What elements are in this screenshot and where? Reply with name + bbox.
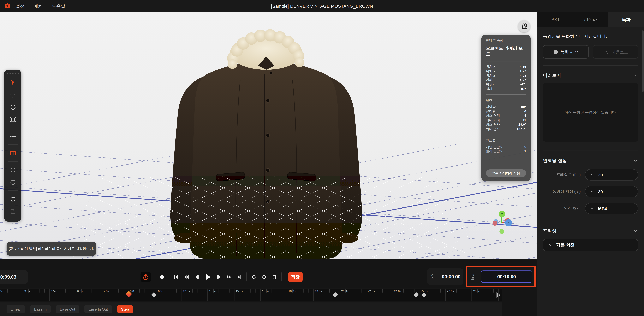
delete-button[interactable] <box>271 274 278 280</box>
previous-frame-button[interactable] <box>194 274 200 280</box>
save-icon <box>9 208 16 215</box>
video-length-dropdown[interactable]: 30 <box>585 186 638 197</box>
gizmo-z-label: Z <box>508 221 510 225</box>
timeline-ruler[interactable]: 1.5s3.0s4.5s6.0s7.5s9.0s10.5s12.0s13.5s1… <box>0 289 502 301</box>
controls-section-title: 컨트롤 <box>486 138 526 143</box>
skip-to-end-button[interactable] <box>236 274 243 280</box>
camera-property-row: 시야각50° <box>486 105 526 109</box>
ruler-cell: 28.5s <box>472 289 498 301</box>
rewind-button[interactable] <box>183 274 190 280</box>
start-time-field[interactable]: 시작 00:00.00 <box>427 268 463 285</box>
save-view-button[interactable] <box>7 206 18 217</box>
skip-end-icon <box>236 274 243 280</box>
app-window: 설정배치도움말 [Sample] DENVER VINTAGE MUSTANG_… <box>0 0 644 316</box>
camera-property-row: 최대 경사107.7° <box>486 127 526 131</box>
video-format-row: 동영상 형식MP4 <box>543 203 638 214</box>
toolbar-divider <box>8 128 18 128</box>
keyframe-remove-icon <box>261 274 268 280</box>
chevron-down-icon[interactable] <box>633 158 638 163</box>
frame-forward-icon <box>216 274 222 280</box>
focus-tool-button[interactable] <box>7 130 18 142</box>
camera-property-row: 클리핑0 <box>486 109 526 114</box>
easing-ease-out-button[interactable]: Ease Out <box>56 305 79 313</box>
fast-forward-button[interactable] <box>226 274 232 280</box>
menu-item-help[interactable]: 도움말 <box>52 3 66 9</box>
current-time-display: 00:09.03 <box>0 270 28 284</box>
scene-3d <box>0 12 537 259</box>
reset-view-button[interactable] <box>7 193 18 205</box>
scale-tool-button[interactable] <box>7 114 18 125</box>
camera-property-row: 위치 X-4.35 <box>486 65 526 69</box>
camera-mode-label: 오브젝트 카메라 모드 <box>486 45 526 57</box>
remove-keyframe-button[interactable] <box>261 274 268 280</box>
chevron-down-icon <box>590 190 594 194</box>
preset-dropdown[interactable]: 기본 회전 <box>543 239 638 251</box>
camera-property-row: 최소 경사28.6° <box>486 123 526 127</box>
timeline-save-button[interactable]: 저장 <box>288 272 303 282</box>
download-button[interactable]: 다운로드 <box>593 45 638 59</box>
menu-item-layout[interactable]: 배치 <box>34 3 43 9</box>
record-button[interactable] <box>159 274 165 280</box>
next-frame-button[interactable] <box>216 274 222 280</box>
left-toolbar <box>4 70 21 222</box>
sidebar-tabs: 색상카메라녹화 <box>537 12 644 27</box>
menu-item-settings[interactable]: 설정 <box>16 3 25 9</box>
select-tool-button[interactable] <box>7 77 18 88</box>
rotate-tool-button[interactable] <box>7 101 18 113</box>
brand-logo-icon[interactable] <box>4 2 11 10</box>
transport-controls: 저장 <box>140 269 303 285</box>
play-button[interactable] <box>204 273 212 281</box>
sidebar-scrollbar[interactable] <box>642 30 644 92</box>
timer-button[interactable] <box>140 272 151 282</box>
grid-toggle-button[interactable] <box>7 147 18 159</box>
camera-mode-button[interactable] <box>518 20 530 32</box>
ruler-cell: 16.5s <box>260 289 287 301</box>
easing-ease-in-button[interactable]: Ease In <box>30 305 51 313</box>
viewport-3d[interactable]: 현재 뷰 속성 오브젝트 카메라 모드 위치 X-4.35위치 Y1.27위치 … <box>0 12 537 259</box>
ruler-cell: 1.5s <box>0 289 23 301</box>
window-title: [Sample] DENVER VINTAGE MUSTANG_BROWN <box>0 0 644 12</box>
redo-icon <box>9 179 16 186</box>
end-time-input[interactable]: 00:10.00 <box>481 270 532 283</box>
tab-color[interactable]: 색상 <box>537 12 573 27</box>
ruler-cell <box>498 289 502 301</box>
chevron-down-icon[interactable] <box>633 228 638 233</box>
ruler-cell: 15.0s <box>234 289 260 301</box>
apply-to-camera-button[interactable]: 뷰를 카메라에 적용 <box>486 169 526 177</box>
undo-button[interactable] <box>7 164 18 176</box>
video-format-dropdown[interactable]: MP4 <box>585 203 638 214</box>
chevron-down-icon <box>633 228 638 233</box>
end-label: 종료 <box>469 273 477 280</box>
tab-record[interactable]: 녹화 <box>608 12 644 27</box>
start-time-value[interactable]: 00:00.00 <box>439 274 464 279</box>
transport-separator <box>281 273 282 282</box>
end-time-highlight: 종료 00:10.00 <box>466 266 536 287</box>
start-recording-button[interactable]: 녹화 시작 <box>543 45 588 59</box>
download-icon <box>603 49 608 55</box>
trash-icon <box>271 274 278 280</box>
reset-icon <box>9 196 16 203</box>
move-tool-button[interactable] <box>7 89 18 101</box>
toolbar-drag-handle[interactable] <box>6 73 19 74</box>
preview-section-title: 미리보기 <box>543 72 561 78</box>
easing-linear-button[interactable]: Linear <box>6 305 25 313</box>
lens-section-title: 렌즈 <box>486 98 526 102</box>
easing-step-button[interactable]: Step <box>117 305 133 313</box>
easing-ease-in-out-button[interactable]: Ease In Out <box>84 305 112 313</box>
add-keyframe-button[interactable] <box>250 274 257 280</box>
skip-to-start-button[interactable] <box>173 274 180 280</box>
camera-property-row: 최대 거리11 <box>486 118 526 123</box>
axis-gizmo[interactable]: Y Z <box>484 205 526 250</box>
tab-camera[interactable]: 카메라 <box>573 12 608 27</box>
camera-property-row: 방위각-47° <box>486 83 526 87</box>
scale-icon <box>9 116 16 123</box>
right-sidebar: 색상카메라녹화 동영상을 녹화하거나 저장합니다. 녹화 시작 다운로드 미리보… <box>537 12 644 316</box>
framerate-dropdown[interactable]: 30 <box>585 169 638 181</box>
garment-jacket[interactable] <box>170 29 362 259</box>
chevron-down-icon <box>548 243 552 247</box>
redo-button[interactable] <box>7 177 18 188</box>
video-length-row: 동영상 길이 (초)30 <box>543 186 638 197</box>
camera-property-row: 위치 Y1.27 <box>486 69 526 74</box>
chevron-down-icon[interactable] <box>633 73 638 78</box>
chevron-down-icon <box>633 73 638 78</box>
